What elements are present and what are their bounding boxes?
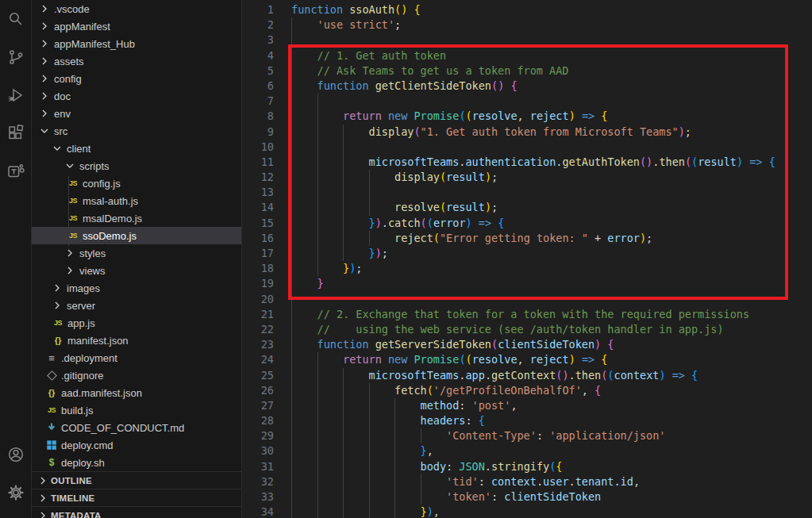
extensions-icon[interactable] <box>0 114 32 152</box>
indent-guide <box>317 428 318 443</box>
code-line-3[interactable]: 3 <box>242 33 812 48</box>
chevron-right-icon[interactable] <box>63 264 76 277</box>
run-and-debug-icon[interactable] <box>0 76 32 114</box>
code-line-20[interactable]: 20 <box>242 292 812 307</box>
code-line-28[interactable]: 28 headers: { <box>242 413 812 428</box>
tree-item-client[interactable]: client <box>32 140 241 157</box>
code-line-23[interactable]: 23 function getServerSideToken(clientSid… <box>242 337 812 352</box>
code-line-13[interactable]: 13 <box>242 185 812 200</box>
code-line-25[interactable]: 25 microsoftTeams.app.getContext().then(… <box>242 368 812 383</box>
tree-item-vscode[interactable]: .vscode <box>32 0 241 17</box>
panel-timeline[interactable]: TIMELINE <box>32 489 241 506</box>
tree-item-msaldemo-js[interactable]: JSmsalDemo.js <box>32 209 241 227</box>
chevron-right-icon[interactable] <box>38 90 51 102</box>
tree-item-app-js[interactable]: JSapp.js <box>32 314 241 332</box>
chevron-right-icon[interactable] <box>38 37 51 50</box>
code-line-16[interactable]: 16 reject("Error getting token: " + erro… <box>242 231 812 246</box>
source-control-icon[interactable] <box>0 38 32 76</box>
code-line-22[interactable]: 22 // using the web service (see /auth/t… <box>242 322 812 337</box>
chevron-right-icon[interactable] <box>37 474 49 487</box>
code-line-5[interactable]: 5 // Ask Teams to get us a token from AA… <box>242 63 812 79</box>
code-line-31[interactable]: 31 body: JSON.stringify({ <box>242 459 812 474</box>
code-line-21[interactable]: 21 // 2. Exchange that token for a token… <box>242 307 812 322</box>
indent-guide <box>291 246 292 261</box>
code-line-2[interactable]: 2 'use strict'; <box>242 17 812 33</box>
tree-item-gitignore[interactable]: .gitignore <box>32 366 241 384</box>
chevron-right-icon[interactable] <box>38 72 51 85</box>
tree-item-config-js[interactable]: JSconfig.js <box>32 175 241 192</box>
tree-item-msal-auth-js[interactable]: JSmsal-auth.js <box>32 192 241 209</box>
tree-item-scripts[interactable]: scripts <box>32 157 241 175</box>
code-editor[interactable]: 1function ssoAuth() {2 'use strict';34 /… <box>242 0 812 518</box>
tree-item-aad-manifest-json[interactable]: {}aad.manifest.json <box>32 384 241 401</box>
tree-item-images[interactable]: images <box>32 279 241 297</box>
code-line-30[interactable]: 30 }, <box>242 443 812 459</box>
code-line-11[interactable]: 11 microsoftTeams.authentication.getAuth… <box>242 155 812 170</box>
tree-item-deploy-cmd[interactable]: deploy.cmd <box>32 436 241 454</box>
chevron-right-icon[interactable] <box>51 282 63 294</box>
teams-toolkit-icon[interactable] <box>0 152 32 190</box>
tree-item-assets[interactable]: assets <box>32 52 241 70</box>
chevron-down-icon[interactable] <box>38 125 51 137</box>
tree-item-styles[interactable]: styles <box>32 244 241 262</box>
chevron-right-icon[interactable] <box>38 55 51 67</box>
code-line-9[interactable]: 9 display("1. Get auth token from Micros… <box>242 125 812 140</box>
code-line-1[interactable]: 1function ssoAuth() { <box>242 2 812 17</box>
tree-item-config[interactable]: config <box>32 70 241 87</box>
tree-item-build-js[interactable]: JSbuild.js <box>32 401 241 419</box>
chevron-right-icon[interactable] <box>38 107 51 120</box>
code-line-8[interactable]: 8 return new Promise((resolve, reject) =… <box>242 109 812 124</box>
tree-item-env[interactable]: env <box>32 105 241 122</box>
panel-label: OUTLINE <box>51 476 92 485</box>
account-icon[interactable] <box>0 436 32 474</box>
code-line-27[interactable]: 27 method: 'post', <box>242 398 812 413</box>
code-line-29[interactable]: 29 'Content-Type': 'application/json' <box>242 428 812 443</box>
code-line-17[interactable]: 17 }); <box>242 246 812 261</box>
code-line-34[interactable]: 34 }), <box>242 505 812 518</box>
code-line-4[interactable]: 4 // 1. Get auth token <box>242 48 812 63</box>
tree-item-appmanifest[interactable]: appManifest <box>32 17 241 35</box>
code-line-18[interactable]: 18 }); <box>242 261 812 276</box>
code-line-26[interactable]: 26 fetch('/getProfileOnBehalfOf', { <box>242 383 812 398</box>
js-file-icon: JS <box>52 317 64 329</box>
panel-outline[interactable]: OUTLINE <box>32 471 241 489</box>
indent-guide <box>291 322 292 337</box>
chevron-right-icon[interactable] <box>38 2 51 15</box>
code-line-7[interactable]: 7 <box>242 94 812 109</box>
tree-item-manifest-json[interactable]: {}manifest.json <box>32 332 241 349</box>
manage-settings-icon[interactable] <box>0 474 32 512</box>
code-line-14[interactable]: 14 resolve(result); <box>242 200 812 215</box>
tree-item-src[interactable]: src <box>32 122 241 140</box>
code-line-24[interactable]: 24 return new Promise((resolve, reject) … <box>242 352 812 367</box>
chevron-right-icon[interactable] <box>37 492 49 505</box>
tree-item-doc[interactable]: doc <box>32 87 241 105</box>
panel-metadata[interactable]: METADATA <box>32 506 241 518</box>
line-number: 10 <box>242 140 274 155</box>
code-line-15[interactable]: 15 }).catch((error) => { <box>242 216 812 231</box>
code-line-32[interactable]: 32 'tid': context.user.tenant.id, <box>242 474 812 489</box>
indent-guide <box>317 185 318 200</box>
chevron-right-icon[interactable] <box>63 247 76 259</box>
chevron-right-icon[interactable] <box>38 20 51 33</box>
tree-item-label: config.js <box>83 178 121 190</box>
code-line-12[interactable]: 12 display(result); <box>242 170 812 185</box>
tree-item-code-of-conduct-md[interactable]: CODE_OF_CONDUCT.md <box>32 419 241 436</box>
code-line-19[interactable]: 19 } <box>242 276 812 291</box>
chevron-right-icon[interactable] <box>51 299 63 312</box>
search-icon[interactable] <box>0 0 32 38</box>
code-line-6[interactable]: 6 function getClientSideToken() { <box>242 79 812 94</box>
code-line-33[interactable]: 33 'token': clientSideToken <box>242 489 812 505</box>
chevron-down-icon[interactable] <box>51 142 63 155</box>
chevron-right-icon[interactable] <box>37 509 49 518</box>
code-line-10[interactable]: 10 <box>242 140 812 155</box>
tree-item-server[interactable]: server <box>32 297 241 314</box>
tree-item-ssodemo-js[interactable]: JSssoDemo.js <box>32 227 241 244</box>
line-number: 29 <box>242 428 274 443</box>
chevron-down-icon[interactable] <box>63 159 76 172</box>
tree-item-deployment[interactable]: ≡.deployment <box>32 349 241 366</box>
indent-guide <box>291 474 292 489</box>
tree-item-appmanifest-hub[interactable]: appManifest_Hub <box>32 35 241 52</box>
tree-item-views[interactable]: views <box>32 262 241 279</box>
tree-item-label: env <box>54 108 71 120</box>
tree-item-deploy-sh[interactable]: $deploy.sh <box>32 454 241 471</box>
